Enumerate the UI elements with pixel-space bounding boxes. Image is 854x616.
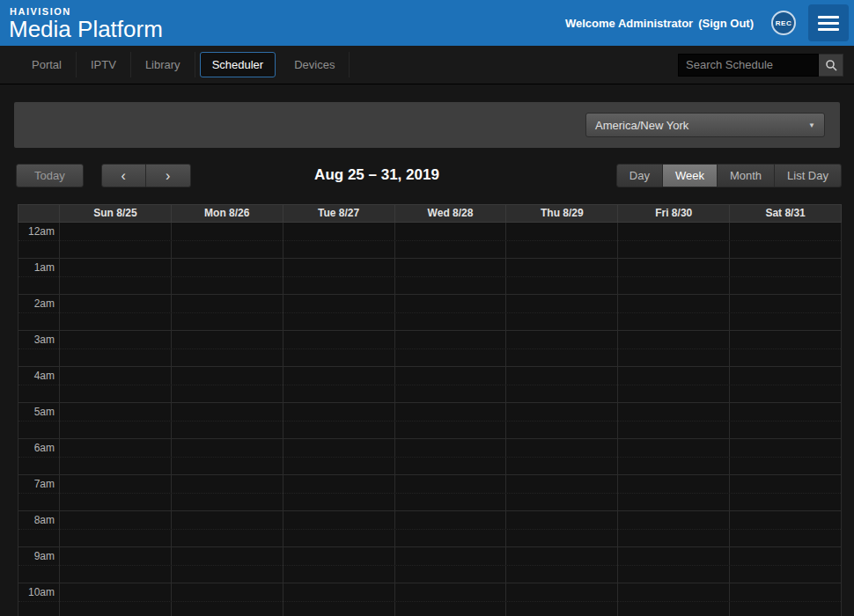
calendar-cell[interactable] — [730, 259, 841, 294]
calendar-cell[interactable] — [618, 583, 730, 616]
calendar-cell[interactable] — [506, 295, 618, 330]
calendar-cell[interactable] — [172, 367, 283, 402]
calendar-cell[interactable] — [172, 403, 283, 438]
calendar-cell[interactable] — [60, 583, 172, 616]
calendar-cell[interactable] — [60, 331, 172, 366]
calendar-cell[interactable] — [506, 511, 618, 546]
calendar-cell[interactable] — [506, 331, 618, 366]
view-button-month[interactable]: Month — [718, 164, 775, 187]
calendar-cell[interactable] — [618, 511, 730, 546]
calendar-cell[interactable] — [60, 547, 172, 583]
nav-tab-devices[interactable]: Devices — [280, 52, 350, 77]
calendar-cell[interactable] — [395, 403, 507, 438]
calendar-cell[interactable] — [283, 547, 395, 583]
calendar-cell[interactable] — [172, 475, 283, 510]
nav-tab-iptv[interactable]: IPTV — [77, 52, 131, 77]
calendar-cell[interactable] — [395, 511, 507, 546]
calendar-cell[interactable] — [506, 583, 618, 616]
calendar-cell[interactable] — [283, 259, 395, 294]
nav-tab-scheduler[interactable]: Scheduler — [200, 52, 276, 77]
calendar-cell[interactable] — [506, 259, 618, 294]
calendar-cell[interactable] — [172, 331, 283, 366]
hamburger-menu-button[interactable] — [808, 4, 849, 41]
calendar-cell[interactable] — [506, 439, 618, 474]
calendar-cell[interactable] — [60, 223, 172, 258]
calendar-cell[interactable] — [618, 367, 730, 402]
calendar-cell[interactable] — [730, 331, 841, 366]
next-week-button[interactable]: › — [146, 164, 191, 187]
calendar-cell[interactable] — [60, 403, 172, 438]
calendar-cell[interactable] — [60, 511, 172, 546]
calendar-cell[interactable] — [730, 295, 841, 330]
calendar-cell[interactable] — [618, 223, 730, 258]
rec-badge[interactable]: REC — [771, 11, 796, 35]
calendar-cell[interactable] — [172, 259, 283, 294]
calendar-cell[interactable] — [283, 439, 395, 474]
view-button-week[interactable]: Week — [663, 164, 718, 187]
calendar-cell[interactable] — [60, 259, 172, 294]
today-button[interactable]: Today — [16, 164, 84, 187]
calendar-cell[interactable] — [172, 439, 283, 474]
calendar-cell[interactable] — [283, 583, 395, 616]
calendar-cell[interactable] — [283, 367, 395, 402]
calendar-cell[interactable] — [395, 367, 507, 402]
calendar-cell[interactable] — [172, 511, 283, 546]
calendar-cell[interactable] — [506, 403, 618, 438]
calendar-cell[interactable] — [395, 331, 507, 366]
view-button-day[interactable]: Day — [616, 164, 663, 187]
calendar-cell[interactable] — [60, 295, 172, 330]
calendar-cell[interactable] — [172, 223, 283, 258]
calendar-cell[interactable] — [283, 295, 395, 330]
calendar-cell[interactable] — [283, 331, 395, 366]
calendar-cell[interactable] — [172, 583, 283, 616]
calendar-cell[interactable] — [395, 259, 507, 294]
calendar-cell[interactable] — [730, 583, 841, 616]
calendar-cell[interactable] — [172, 295, 283, 330]
calendar-cell[interactable] — [618, 547, 730, 583]
calendar-cell[interactable] — [618, 295, 730, 330]
timezone-strip: America/New York ▼ — [14, 102, 840, 148]
nav-tab-portal[interactable]: Portal — [18, 52, 77, 77]
calendar-cell[interactable] — [172, 547, 283, 583]
calendar-cell[interactable] — [283, 511, 395, 546]
calendar-cell[interactable] — [618, 475, 730, 510]
calendar-cell[interactable] — [618, 331, 730, 366]
calendar-cell[interactable] — [60, 439, 172, 474]
calendar-cell[interactable] — [730, 367, 841, 402]
calendar-cell[interactable] — [395, 439, 507, 474]
calendar-cell[interactable] — [730, 511, 841, 546]
calendar-cell[interactable] — [506, 223, 618, 258]
search-input[interactable] — [678, 54, 819, 77]
calendar-cell[interactable] — [283, 475, 395, 510]
calendar-cell[interactable] — [506, 367, 618, 402]
calendar-cell[interactable] — [730, 547, 841, 583]
view-button-list-day[interactable]: List Day — [775, 164, 842, 187]
calendar-cell[interactable] — [60, 475, 172, 510]
sign-out-link[interactable]: (Sign Out) — [698, 17, 754, 30]
timezone-dropdown[interactable]: America/New York ▼ — [585, 113, 825, 137]
calendar-cell[interactable] — [60, 367, 172, 402]
calendar-cell[interactable] — [730, 439, 841, 474]
calendar-day-headers: Sun 8/25Mon 8/26Tue 8/27Wed 8/28Thu 8/29… — [18, 204, 842, 223]
nav-tab-library[interactable]: Library — [131, 52, 195, 77]
calendar-cell[interactable] — [395, 583, 507, 616]
calendar-cell[interactable] — [283, 223, 395, 258]
calendar-cell[interactable] — [618, 403, 730, 438]
calendar-controls: Today ‹ › Aug 25 – 31, 2019 DayWeekMonth… — [16, 164, 842, 188]
search-button[interactable] — [819, 54, 843, 77]
calendar-cell[interactable] — [395, 223, 507, 258]
calendar-cell[interactable] — [395, 475, 507, 510]
calendar-cell[interactable] — [618, 439, 730, 474]
calendar-cell[interactable] — [730, 223, 841, 258]
calendar-cell[interactable] — [618, 259, 730, 294]
calendar-cell[interactable] — [283, 403, 395, 438]
calendar-cell[interactable] — [395, 295, 507, 330]
calendar-cell[interactable] — [506, 475, 618, 510]
prev-week-button[interactable]: ‹ — [101, 164, 146, 187]
calendar-cell[interactable] — [730, 475, 841, 510]
calendar-row: 9am — [18, 547, 841, 583]
calendar-cell[interactable] — [506, 547, 618, 583]
day-header-tue-8-27: Tue 8/27 — [283, 205, 395, 222]
calendar-cell[interactable] — [395, 547, 507, 583]
calendar-cell[interactable] — [730, 403, 841, 438]
